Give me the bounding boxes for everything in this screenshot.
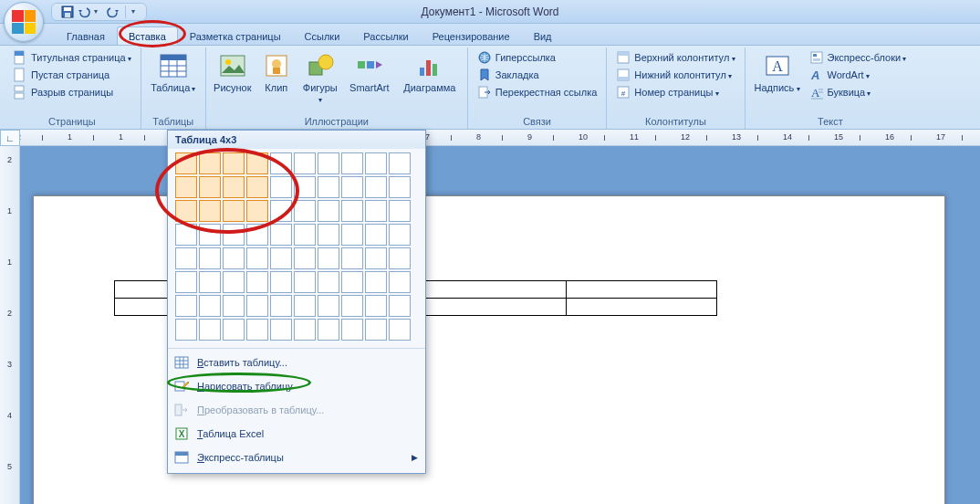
- bookmark-button[interactable]: Закладка: [474, 67, 601, 83]
- grid-cell[interactable]: [199, 200, 221, 222]
- grid-cell[interactable]: [199, 319, 221, 341]
- undo-dropdown-icon[interactable]: ▾: [94, 7, 103, 16]
- grid-cell[interactable]: [223, 247, 245, 269]
- grid-cell[interactable]: [389, 271, 411, 293]
- tab-home[interactable]: Главная: [55, 26, 117, 45]
- grid-cell[interactable]: [246, 247, 268, 269]
- grid-cell[interactable]: [389, 247, 411, 269]
- header-button[interactable]: Верхний колонтитул: [612, 49, 738, 66]
- grid-cell[interactable]: [294, 200, 316, 222]
- grid-cell[interactable]: [318, 224, 339, 246]
- grid-cell[interactable]: [365, 247, 387, 269]
- grid-cell[interactable]: [223, 271, 245, 293]
- grid-cell[interactable]: [341, 295, 363, 317]
- grid-cell[interactable]: [389, 224, 411, 246]
- grid-cell[interactable]: [175, 200, 197, 222]
- office-button[interactable]: [4, 2, 44, 42]
- grid-cell[interactable]: [318, 200, 339, 222]
- dropcap-button[interactable]: A Буквица: [806, 84, 911, 100]
- tab-selector[interactable]: ∟: [0, 130, 20, 146]
- page-break-button[interactable]: Разрыв страницы: [9, 84, 135, 100]
- grid-cell[interactable]: [294, 247, 316, 269]
- grid-cell[interactable]: [270, 295, 292, 317]
- grid-cell[interactable]: [365, 152, 387, 174]
- qat-customize-icon[interactable]: ▾: [131, 7, 141, 16]
- wordart-button[interactable]: A WordArt: [806, 67, 911, 83]
- grid-cell[interactable]: [365, 200, 387, 222]
- shapes-button[interactable]: Фигуры: [299, 49, 341, 106]
- grid-cell[interactable]: [318, 295, 339, 317]
- grid-cell[interactable]: [294, 319, 316, 341]
- pagenum-button[interactable]: # Номер страницы: [612, 84, 738, 100]
- grid-cell[interactable]: [389, 152, 411, 174]
- grid-cell[interactable]: [223, 152, 245, 174]
- grid-cell[interactable]: [389, 200, 411, 222]
- grid-cell[interactable]: [341, 247, 363, 269]
- horizontal-ruler[interactable]: 3211234567891011121314151617: [20, 130, 980, 145]
- clip-button[interactable]: Клип: [255, 49, 297, 95]
- textbox-button[interactable]: A Надпись: [751, 49, 804, 95]
- quick-tables-item[interactable]: Экспресс-таблицы ▶: [168, 446, 425, 469]
- grid-cell[interactable]: [223, 295, 245, 317]
- grid-cell[interactable]: [199, 152, 221, 174]
- grid-cell[interactable]: [223, 319, 245, 341]
- grid-cell[interactable]: [341, 176, 363, 198]
- grid-cell[interactable]: [294, 224, 316, 246]
- excel-table-item[interactable]: X Таблица Excel: [168, 422, 425, 446]
- grid-cell[interactable]: [294, 176, 316, 198]
- grid-cell[interactable]: [223, 224, 245, 246]
- table-button[interactable]: Таблица: [147, 49, 200, 95]
- grid-cell[interactable]: [318, 247, 339, 269]
- grid-cell[interactable]: [175, 224, 197, 246]
- insert-table-item[interactable]: Вставить таблицу...: [168, 351, 425, 374]
- grid-cell[interactable]: [199, 247, 221, 269]
- grid-cell[interactable]: [389, 176, 411, 198]
- chart-button[interactable]: Диаграмма: [398, 49, 462, 95]
- grid-cell[interactable]: [223, 176, 245, 198]
- grid-cell[interactable]: [270, 200, 292, 222]
- grid-cell[interactable]: [270, 247, 292, 269]
- grid-cell[interactable]: [246, 295, 268, 317]
- grid-cell[interactable]: [365, 319, 387, 341]
- grid-cell[interactable]: [365, 176, 387, 198]
- grid-cell[interactable]: [318, 152, 339, 174]
- grid-cell[interactable]: [365, 271, 387, 293]
- undo-icon[interactable]: [78, 5, 90, 18]
- draw-table-item[interactable]: Нарисовать таблицу: [168, 374, 425, 398]
- grid-cell[interactable]: [341, 200, 363, 222]
- tab-insert[interactable]: Вставка: [117, 26, 178, 45]
- smartart-button[interactable]: SmartArt: [343, 49, 396, 95]
- redo-icon[interactable]: [107, 5, 120, 18]
- grid-cell[interactable]: [389, 295, 411, 317]
- grid-cell[interactable]: [341, 319, 363, 341]
- grid-cell[interactable]: [175, 319, 197, 341]
- tab-references[interactable]: Ссылки: [293, 26, 352, 45]
- picture-button[interactable]: Рисунок: [212, 49, 254, 95]
- grid-cell[interactable]: [318, 176, 339, 198]
- grid-cell[interactable]: [175, 247, 197, 269]
- grid-cell[interactable]: [175, 152, 197, 174]
- grid-cell[interactable]: [294, 271, 316, 293]
- hyperlink-button[interactable]: Гиперссылка: [474, 49, 601, 66]
- grid-cell[interactable]: [294, 152, 316, 174]
- grid-cell[interactable]: [246, 224, 268, 246]
- grid-cell[interactable]: [199, 295, 221, 317]
- grid-cell[interactable]: [223, 200, 245, 222]
- grid-cell[interactable]: [270, 152, 292, 174]
- grid-cell[interactable]: [175, 271, 197, 293]
- grid-cell[interactable]: [270, 224, 292, 246]
- grid-cell[interactable]: [341, 224, 363, 246]
- grid-cell[interactable]: [246, 152, 268, 174]
- grid-cell[interactable]: [199, 271, 221, 293]
- grid-cell[interactable]: [175, 176, 197, 198]
- grid-cell[interactable]: [318, 319, 339, 341]
- table-grid-picker[interactable]: [168, 149, 425, 346]
- grid-cell[interactable]: [389, 319, 411, 341]
- grid-cell[interactable]: [365, 224, 387, 246]
- grid-cell[interactable]: [365, 295, 387, 317]
- grid-cell[interactable]: [175, 295, 197, 317]
- tab-review[interactable]: Рецензирование: [421, 26, 522, 45]
- save-icon[interactable]: [61, 5, 74, 18]
- grid-cell[interactable]: [341, 271, 363, 293]
- grid-cell[interactable]: [270, 271, 292, 293]
